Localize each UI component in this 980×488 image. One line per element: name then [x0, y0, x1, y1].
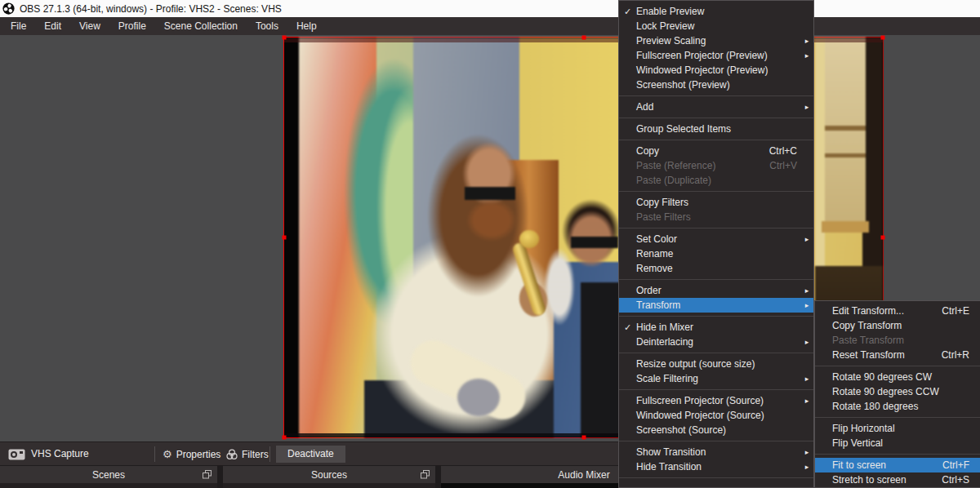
menu-item-remove[interactable]: Remove	[619, 261, 813, 276]
menu-item-flip-vertical[interactable]: Flip Vertical	[815, 436, 980, 450]
menu-item-label: Resize output (source size)	[636, 358, 800, 370]
menu-item-stretch-to-screen[interactable]: Stretch to screenCtrl+S	[815, 472, 980, 487]
menu-item-copy-transform[interactable]: Copy Transform	[815, 318, 980, 333]
context-menu: ✓Enable PreviewLock PreviewPreview Scali…	[618, 0, 814, 488]
menubar-item-help[interactable]: Help	[287, 17, 326, 35]
checkmark-icon: ✓	[619, 7, 636, 17]
menu-item-label: Remove	[636, 263, 800, 274]
submenu-arrow-icon: ▸	[800, 37, 813, 45]
menu-item-add[interactable]: Add▸	[619, 100, 813, 114]
selection-handle[interactable]	[283, 436, 287, 440]
menu-item-label: Paste (Duplicate)	[636, 175, 800, 186]
menubar-item-edit[interactable]: Edit	[35, 17, 70, 35]
menu-item-label: Rename	[636, 248, 800, 260]
menu-item-group-selected-items[interactable]: Group Selected Items	[619, 122, 813, 136]
submenu-arrow-icon: ▸	[800, 301, 813, 309]
menu-item-label: Copy Transform	[832, 320, 973, 331]
properties-button[interactable]: ⚙ Properties	[163, 442, 220, 466]
menu-item-label: Screenshot (Source)	[636, 424, 800, 436]
menu-item-windowed-projector-source[interactable]: Windowed Projector (Source)	[619, 408, 813, 423]
menu-item-reset-transform[interactable]: Reset TransformCtrl+R	[815, 348, 980, 362]
submenu-arrow-icon: ▸	[800, 103, 813, 111]
menu-item-label: Windowed Projector (Source)	[636, 410, 800, 421]
menu-item-fullscreen-projector-preview[interactable]: Fullscreen Projector (Preview)▸	[619, 48, 813, 63]
menu-item-label: Show Transition	[636, 446, 800, 458]
selection-handle[interactable]	[581, 436, 586, 440]
menu-item-screenshot-source[interactable]: Screenshot (Source)	[619, 423, 813, 437]
menubar-item-view[interactable]: View	[70, 17, 109, 35]
menu-item-enable-preview[interactable]: ✓Enable Preview	[619, 4, 813, 19]
menu-item-scale-filtering[interactable]: Scale Filtering▸	[619, 371, 813, 386]
menu-item-preview-scaling[interactable]: Preview Scaling▸	[619, 33, 813, 48]
scenes-dock-title: Scenes	[92, 469, 125, 481]
menu-item-label: Hide in Mixer	[636, 322, 800, 333]
menubar-item-profile[interactable]: Profile	[109, 17, 155, 35]
menu-item-rename[interactable]: Rename	[619, 246, 813, 261]
menu-item-label: Add	[636, 101, 800, 113]
menu-item-transform[interactable]: Transform▸	[619, 298, 813, 313]
menu-item-paste-filters: Paste Filters	[619, 210, 813, 224]
popout-icon[interactable]	[421, 470, 430, 479]
menu-item-label: Deinterlacing	[636, 336, 800, 348]
selection-handle[interactable]	[581, 36, 586, 40]
menu-item-show-transition[interactable]: Show Transition▸	[619, 445, 813, 459]
menu-item-set-color[interactable]: Set Color▸	[619, 232, 813, 246]
toolbar-separator	[154, 446, 155, 462]
menu-shortcut: Ctrl+V	[769, 160, 800, 171]
menu-item-rotate-90-degrees-ccw[interactable]: Rotate 90 degrees CCW	[815, 384, 980, 399]
scenes-list[interactable]	[0, 483, 217, 488]
menu-separator	[815, 366, 980, 366]
filters-button[interactable]: Filters	[226, 442, 269, 466]
menu-item-fullscreen-projector-source[interactable]: Fullscreen Projector (Source)▸	[619, 393, 813, 408]
menubar-item-file[interactable]: File	[2, 17, 35, 35]
menu-item-label: Flip Horizontal	[832, 423, 973, 434]
scenes-dock-header[interactable]: Scenes	[0, 466, 217, 483]
menu-separator	[619, 118, 813, 118]
menubar-item-scene-collection[interactable]: Scene Collection	[155, 17, 247, 35]
popout-icon[interactable]	[203, 470, 212, 479]
menu-item-label: Set Color	[636, 233, 800, 245]
menu-item-screenshot-preview[interactable]: Screenshot (Preview)	[619, 78, 813, 92]
submenu-arrow-icon: ▸	[800, 338, 813, 346]
menu-item-windowed-projector-preview[interactable]: Windowed Projector (Preview)	[619, 63, 813, 78]
submenu-arrow-icon: ▸	[800, 286, 813, 295]
menu-item-rotate-180-degrees[interactable]: Rotate 180 degrees	[815, 399, 980, 414]
window-titlebar[interactable]: OBS 27.1.3 (64-bit, windows) - Profile: …	[0, 0, 980, 17]
selection-handle[interactable]	[881, 36, 885, 40]
menu-item-edit-transform[interactable]: Edit Transform...Ctrl+E	[815, 304, 980, 318]
sources-dock-header[interactable]: Sources	[223, 466, 435, 483]
menu-item-label: Transform	[636, 299, 800, 311]
menu-item-deinterlacing[interactable]: Deinterlacing▸	[619, 335, 813, 349]
menu-item-label: Copy Filters	[636, 197, 800, 208]
menu-separator	[619, 389, 813, 390]
deactivate-button[interactable]: Deactivate	[276, 446, 345, 463]
scenes-dock: Scenes	[0, 466, 217, 488]
selection-handle[interactable]	[283, 36, 287, 40]
menu-separator	[815, 417, 980, 418]
menu-item-hide-in-mixer[interactable]: ✓Hide in Mixer	[619, 320, 813, 335]
menu-item-hide-transition[interactable]: Hide Transition▸	[619, 459, 813, 474]
menu-item-lock-preview[interactable]: Lock Preview	[619, 19, 813, 33]
selection-handle[interactable]	[881, 236, 885, 240]
menu-item-copy[interactable]: CopyCtrl+C	[619, 144, 813, 158]
submenu-arrow-icon: ▸	[800, 51, 813, 60]
menubar-item-tools[interactable]: Tools	[247, 17, 287, 35]
menu-item-resize-output-source-size[interactable]: Resize output (source size)	[619, 357, 813, 371]
menu-item-paste-reference: Paste (Reference)Ctrl+V	[619, 158, 813, 173]
menu-shortcut: Ctrl+F	[942, 459, 973, 471]
sources-list[interactable]	[223, 483, 435, 488]
menu-item-fit-to-screen[interactable]: Fit to screenCtrl+F	[815, 458, 980, 472]
menu-separator	[619, 441, 813, 441]
menu-shortcut: Ctrl+C	[769, 145, 800, 157]
menu-item-order[interactable]: Order▸	[619, 283, 813, 298]
menu-item-label: Rotate 90 degrees CCW	[832, 386, 973, 397]
gear-icon: ⚙	[163, 448, 172, 460]
menu-item-copy-filters[interactable]: Copy Filters	[619, 195, 813, 210]
menu-item-label: Screenshot (Preview)	[636, 79, 800, 91]
submenu-arrow-icon: ▸	[800, 235, 813, 243]
menu-item-flip-horizontal[interactable]: Flip Horizontal	[815, 421, 980, 436]
menu-item-paste-duplicate: Paste (Duplicate)	[619, 173, 813, 188]
menu-item-rotate-90-degrees-cw[interactable]: Rotate 90 degrees CW	[815, 370, 980, 384]
menu-shortcut: Ctrl+R	[942, 349, 973, 361]
selection-handle[interactable]	[283, 236, 287, 240]
